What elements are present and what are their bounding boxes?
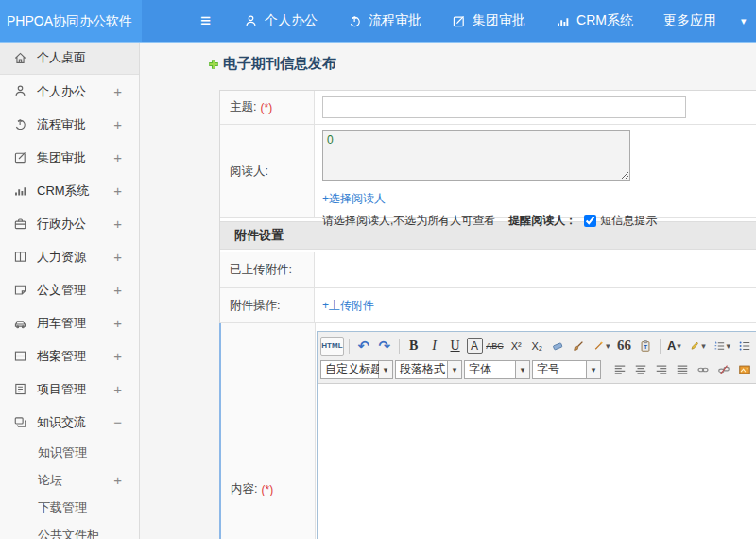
sidebar-item-personal-desktop[interactable]: 个人桌面 bbox=[0, 42, 139, 75]
expand-icon[interactable]: + bbox=[113, 472, 122, 488]
sidebar-subitem-public-file-cabinet[interactable]: 公共文件柜 bbox=[0, 521, 139, 539]
expand-icon[interactable]: + bbox=[113, 216, 122, 232]
sidebar-subitem-knowledge-management[interactable]: 知识管理 bbox=[0, 439, 139, 466]
page-title: 电子期刊信息发布 bbox=[207, 55, 336, 73]
sidebar-item-admin-office[interactable]: 行政办公 + bbox=[0, 207, 139, 240]
underline-button[interactable]: U bbox=[446, 337, 465, 356]
book-icon bbox=[13, 250, 27, 264]
align-center-button[interactable] bbox=[631, 360, 650, 379]
undo-button[interactable]: ↶ bbox=[354, 337, 373, 356]
expand-icon[interactable]: + bbox=[113, 149, 122, 165]
sidebar-item-archive-management[interactable]: 档案管理 + bbox=[0, 339, 139, 373]
magic-wand-button[interactable]: ▾ bbox=[590, 337, 612, 356]
edit-icon bbox=[452, 14, 466, 28]
sidebar-item-group-approval[interactable]: 集团审批 + bbox=[0, 141, 139, 174]
sidebar-item-crm-system[interactable]: CRM系统 + bbox=[0, 174, 139, 207]
paragraph-format-select[interactable]: 段落格式 ▾ bbox=[395, 360, 462, 379]
expand-icon[interactable]: + bbox=[113, 249, 122, 265]
nav-more-apps[interactable]: 更多应用 bbox=[663, 12, 716, 29]
expand-icon[interactable]: + bbox=[113, 282, 122, 298]
font-style-button[interactable]: A bbox=[467, 338, 483, 354]
sidebar-subitem-download-management[interactable]: 下载管理 bbox=[0, 494, 139, 521]
superscript-button[interactable]: X² bbox=[507, 337, 525, 356]
expand-icon[interactable]: + bbox=[113, 183, 122, 199]
uploaded-attachments-value bbox=[315, 252, 756, 287]
insert-image-button[interactable] bbox=[735, 360, 754, 379]
font-color-button[interactable]: A ▾ bbox=[664, 337, 683, 356]
select-readers-link[interactable]: +选择阅读人 bbox=[322, 191, 386, 207]
custom-heading-select[interactable]: 自定义标题 ▾ bbox=[320, 360, 393, 379]
image-icon bbox=[738, 362, 751, 377]
align-justify-button[interactable] bbox=[673, 360, 692, 379]
sidebar-item-project-management[interactable]: 项目管理 + bbox=[0, 373, 139, 406]
font-family-select[interactable]: 字体 ▾ bbox=[464, 360, 530, 379]
expand-icon[interactable]: + bbox=[113, 116, 122, 132]
expand-icon[interactable]: + bbox=[113, 315, 122, 331]
blockquote-button[interactable]: 66 bbox=[615, 337, 634, 356]
editor-content-area[interactable] bbox=[318, 384, 756, 539]
paste-plain-button[interactable]: T bbox=[636, 337, 655, 356]
uploaded-attachments-label: 已上传附件: bbox=[220, 252, 315, 287]
sidebar-item-workflow-approval[interactable]: 流程审批 + bbox=[0, 108, 139, 141]
process-arrow-icon bbox=[13, 117, 27, 131]
align-left-button[interactable] bbox=[610, 360, 629, 379]
nav-personal-office[interactable]: 个人办公 bbox=[244, 12, 318, 29]
sidebar-item-human-resources[interactable]: 人力资源 + bbox=[0, 240, 139, 273]
upload-attachment-link[interactable]: +上传附件 bbox=[322, 298, 374, 314]
expand-icon[interactable]: + bbox=[113, 348, 122, 364]
sidebar-item-vehicle-management[interactable]: 用车管理 + bbox=[0, 306, 139, 339]
sidebar-item-document-management[interactable]: 公文管理 + bbox=[0, 273, 139, 306]
chevron-down-icon[interactable]: ▾ bbox=[587, 360, 601, 379]
attachment-action-label: 附件操作: bbox=[220, 288, 315, 322]
remove-link-button[interactable] bbox=[714, 360, 733, 379]
chevron-down-icon: ▾ bbox=[726, 341, 730, 351]
notebook-icon bbox=[13, 382, 27, 396]
collapse-icon[interactable]: − bbox=[113, 414, 122, 430]
italic-button[interactable]: I bbox=[425, 337, 444, 356]
nav-group-approval[interactable]: 集团审批 bbox=[452, 12, 525, 29]
sidebar-item-personal-office[interactable]: 个人办公 + bbox=[0, 75, 139, 108]
remind-readers-label: 提醒阅读人： bbox=[508, 213, 576, 229]
nav-label: 更多应用 bbox=[663, 12, 716, 29]
eraser-button[interactable] bbox=[548, 337, 567, 356]
subscript-button[interactable]: X₂ bbox=[527, 337, 546, 356]
readers-label: 阅读人: bbox=[220, 125, 315, 217]
top-navigation: 个人办公 流程审批 集团审批 CRM系统 更多应用 ▾ bbox=[244, 12, 746, 29]
chevron-down-icon[interactable]: ▾ bbox=[448, 360, 462, 379]
sms-notify-label: 短信息提示 bbox=[600, 213, 657, 229]
top-header-bar: PHPOA协同办公软件 ≡ 个人办公 流程审批 集团审批 CRM系统 更多应用 bbox=[0, 0, 756, 42]
html-source-button[interactable]: HTML bbox=[320, 337, 344, 356]
toolbar-separator bbox=[399, 339, 400, 354]
format-brush-button[interactable] bbox=[569, 337, 588, 356]
bold-button[interactable]: B bbox=[404, 337, 423, 356]
redo-button[interactable]: ↷ bbox=[375, 337, 394, 356]
align-right-button[interactable] bbox=[652, 360, 671, 379]
chevron-down-icon: ▾ bbox=[701, 341, 706, 351]
expand-icon[interactable]: + bbox=[113, 83, 122, 99]
sidebar-subitem-forum[interactable]: 论坛 + bbox=[0, 466, 139, 494]
highlight-color-button[interactable]: ▾ bbox=[685, 337, 708, 356]
sidebar-item-knowledge-exchange[interactable]: 知识交流 − bbox=[0, 406, 139, 439]
document-icon bbox=[13, 283, 27, 297]
unordered-list-button[interactable] bbox=[735, 337, 754, 356]
font-size-select[interactable]: 字号 ▾ bbox=[532, 360, 601, 379]
link-icon bbox=[696, 362, 710, 377]
chevron-down-icon[interactable]: ▾ bbox=[379, 360, 393, 379]
readers-textarea[interactable]: 0 bbox=[322, 130, 630, 181]
ordered-list-button[interactable]: ▾ bbox=[711, 337, 733, 356]
hamburger-menu-icon[interactable]: ≡ bbox=[200, 10, 210, 31]
chevron-down-icon[interactable]: ▾ bbox=[516, 360, 530, 379]
subject-input[interactable] bbox=[322, 96, 686, 118]
person-icon bbox=[244, 14, 258, 28]
rich-text-editor: HTML ↶ ↷ B I U A ABC X² bbox=[317, 331, 756, 539]
nav-crm-system[interactable]: CRM系统 bbox=[556, 12, 633, 29]
expand-icon[interactable]: + bbox=[113, 381, 122, 397]
nav-workflow-approval[interactable]: 流程审批 bbox=[348, 12, 421, 29]
insert-link-button[interactable] bbox=[694, 360, 713, 379]
chat-bubbles-icon bbox=[13, 415, 27, 429]
highlighter-pen-icon bbox=[688, 339, 700, 354]
sms-notify-checkbox[interactable] bbox=[584, 215, 596, 227]
strikethrough-button[interactable]: ABC bbox=[485, 337, 506, 356]
chevron-down-icon[interactable]: ▾ bbox=[741, 15, 747, 27]
editor-toolbar: HTML ↶ ↷ B I U A ABC X² bbox=[318, 332, 756, 384]
